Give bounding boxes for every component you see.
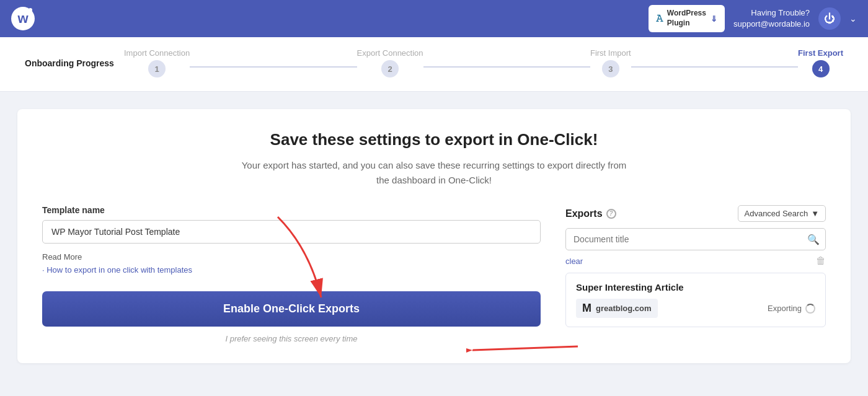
main-content: Save these settings to export in One-Cli… <box>0 92 868 376</box>
medium-icon: M <box>582 302 591 315</box>
loading-spinner <box>805 304 815 314</box>
card-subtitle: Your export has started, and you can als… <box>42 158 826 188</box>
read-more-section: Read More How to export in one click wit… <box>42 252 541 275</box>
export-item-title: Super Interesting Article <box>576 282 815 293</box>
exporting-label: Exporting <box>768 304 802 313</box>
step-4-circle: 4 <box>812 60 830 77</box>
enable-one-click-button[interactable]: Enable One-Click Exports <box>42 291 541 327</box>
exports-title: Exports ? <box>565 208 616 219</box>
card-left: Template name Read More How to export in… <box>42 205 541 343</box>
exports-panel: Exports ? Advanced Search ▼ 🔍 clear <box>565 205 826 343</box>
step-1-label: Import Connection <box>124 48 190 58</box>
exports-label: Exports <box>565 208 603 219</box>
search-bar: 🔍 <box>565 228 826 250</box>
progress-section: Onboarding Progress Import Connection 1 … <box>0 37 868 92</box>
step-3: First Import 3 <box>590 48 631 77</box>
chevron-down-icon: ▼ <box>811 209 819 218</box>
trouble-info: Having Trouble? support@wordable.io <box>733 7 810 30</box>
document-search-input[interactable] <box>565 228 826 250</box>
power-button[interactable]: ⏻ <box>818 7 841 30</box>
prefer-container: I prefer seeing this screen every time <box>42 334 541 343</box>
step-1: Import Connection 1 <box>124 48 190 77</box>
logo-dot <box>29 8 32 12</box>
help-icon[interactable]: ? <box>606 209 616 219</box>
template-name-input[interactable] <box>42 220 541 244</box>
card-title: Save these settings to export in One-Cli… <box>42 130 826 149</box>
clear-filter-link[interactable]: clear <box>565 257 583 266</box>
logo-area: w <box>11 7 35 30</box>
card-body: Template name Read More How to export in… <box>42 205 826 343</box>
read-more-label: Read More <box>42 252 541 262</box>
step-1-circle: 1 <box>148 60 166 77</box>
search-button[interactable]: 🔍 <box>807 234 820 245</box>
wordpress-icon: 𝙰 <box>656 13 663 24</box>
download-icon: ⇓ <box>711 14 717 24</box>
header-right: 𝙰 WordPressPlugin ⇓ Having Trouble? supp… <box>649 5 857 32</box>
wp-plugin-label: WordPressPlugin <box>667 9 706 28</box>
step-2-label: Export Connection <box>357 48 423 58</box>
steps-row: Import Connection 1 Export Connection 2 … <box>124 48 843 77</box>
export-item: Super Interesting Article M greatblog.co… <box>565 273 826 327</box>
filter-row: clear 🗑 <box>565 255 826 266</box>
export-source: M greatblog.com <box>576 299 658 318</box>
app-container: w 𝙰 WordPressPlugin ⇓ Having Trouble? su… <box>0 0 868 376</box>
prefer-link[interactable]: I prefer seeing this screen every time <box>42 334 541 343</box>
advanced-search-label: Advanced Search <box>745 209 808 218</box>
progress-label: Onboarding Progress <box>25 58 124 68</box>
step-2: Export Connection 2 <box>357 48 423 77</box>
step-4: First Export 4 <box>798 48 843 77</box>
header: w 𝙰 WordPressPlugin ⇓ Having Trouble? su… <box>0 0 868 37</box>
content-card: Save these settings to export in One-Cli… <box>17 109 851 363</box>
wordable-logo: w <box>11 7 35 30</box>
wp-plugin-button[interactable]: 𝙰 WordPressPlugin ⇓ <box>649 5 725 32</box>
support-email: support@wordable.io <box>733 19 810 30</box>
source-name: greatblog.com <box>596 304 652 313</box>
step-2-circle: 2 <box>381 60 399 77</box>
annotation-container: Enable One-Click Exports <box>42 291 541 327</box>
trouble-title: Having Trouble? <box>733 7 810 19</box>
export-item-footer: M greatblog.com Exporting <box>576 299 815 318</box>
exporting-badge: Exporting <box>768 304 815 314</box>
exports-header: Exports ? Advanced Search ▼ <box>565 205 826 222</box>
connector-3 <box>631 66 798 68</box>
connector-2 <box>423 66 590 68</box>
step-3-circle: 3 <box>602 60 619 77</box>
step-3-label: First Import <box>590 48 631 58</box>
advanced-search-button[interactable]: Advanced Search ▼ <box>738 205 826 222</box>
trash-icon[interactable]: 🗑 <box>816 255 826 266</box>
chevron-down-icon[interactable]: ⌄ <box>849 14 857 24</box>
step-4-label: First Export <box>798 48 843 58</box>
connector-1 <box>190 66 356 68</box>
read-more-link[interactable]: How to export in one click with template… <box>42 265 192 275</box>
template-name-label: Template name <box>42 205 541 215</box>
